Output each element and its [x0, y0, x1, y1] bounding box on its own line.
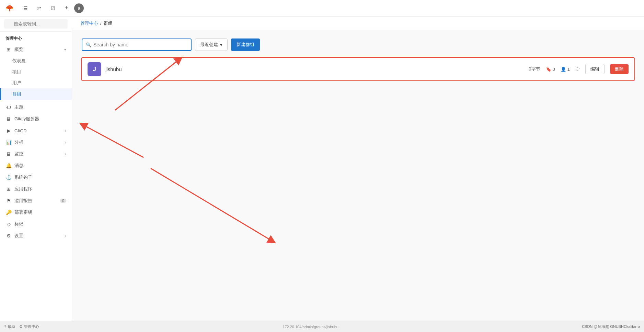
logo[interactable] — [4, 3, 15, 14]
sidebar-item-abuse[interactable]: ⚑ 滥用报告 0 — [0, 195, 72, 207]
sidebar-item-hooks[interactable]: ⚓ 系统钩子 — [0, 171, 72, 183]
sidebar-search: 🔍 — [0, 16, 72, 32]
gear-icon: ⚙ — [5, 233, 12, 239]
layout: 🔍 管理中心 ⊞ 概览 ▾ 仪表盘 项目 用户 群组 🏷 主题 🖥 Git — [0, 16, 644, 321]
bottom-bar-left: ? 帮助 ⚙ 管理中心 — [4, 324, 39, 329]
sidebar-item-label-apps: 应用程序 — [14, 186, 66, 192]
sidebar-section-title: 管理中心 — [0, 32, 72, 44]
bytes-stat: 0字节 — [529, 66, 540, 72]
search-input[interactable] — [93, 42, 187, 47]
merge-request-icon[interactable]: ⇄ — [34, 3, 44, 13]
sidebar-item-monitor[interactable]: 🖥 监控 › — [0, 148, 72, 160]
svg-line-2 — [151, 168, 272, 241]
sidebar-sub-item-projects[interactable]: 项目 — [0, 66, 72, 77]
sidebar-item-overview[interactable]: ⊞ 概览 ▾ — [0, 44, 72, 55]
sidebar-item-topic[interactable]: 🏷 主题 — [0, 101, 72, 113]
top-bar: ☰ ⇄ ☑ + a — [0, 0, 644, 16]
bytes-value: 0字节 — [529, 66, 540, 72]
cicd-chevron-icon: › — [65, 129, 66, 133]
sort-chevron-icon: ▾ — [220, 42, 222, 47]
sidebar-search-input[interactable] — [4, 19, 68, 29]
sidebar-item-cicd[interactable]: ▶ CI/CD › — [0, 125, 72, 136]
sidebar: 🔍 管理中心 ⊞ 概览 ▾ 仪表盘 项目 用户 群组 🏷 主题 🖥 Git — [0, 16, 72, 321]
group-stats: 0字节 🔖 0 👤 1 🛡 编辑 删除 — [529, 64, 629, 74]
sidebar-item-label-hooks: 系统钩子 — [14, 174, 66, 180]
chart-icon: 📊 — [5, 139, 12, 145]
bottom-bar-url: 172.20.104/admin/groups/jishubu — [283, 325, 338, 329]
sidebar-item-label-cicd: CI/CD — [14, 128, 62, 133]
sidebar-item-label-settings: 设置 — [14, 233, 62, 239]
breadcrumb-separator: / — [100, 21, 102, 26]
toolbar: 🔍 最近创建 ▾ 新建群组 — [82, 38, 634, 51]
help-item[interactable]: ? 帮助 — [4, 324, 15, 329]
svg-line-1 — [83, 125, 143, 157]
monitor-icon: 🖥 — [5, 151, 12, 157]
sort-label: 最近创建 — [200, 42, 218, 48]
bell-icon: 🔔 — [5, 163, 12, 169]
sidebar-item-apps[interactable]: ⊞ 应用程序 — [0, 183, 72, 195]
breadcrumb: 管理中心 / 群组 — [72, 16, 644, 30]
bookmark-stat: 🔖 0 — [546, 67, 555, 72]
sidebar-item-label-deploy: 部署密钥 — [14, 209, 66, 215]
bottom-bar: ? 帮助 ⚙ 管理中心 172.20.104/admin/groups/jish… — [0, 321, 644, 332]
sidebar-item-analytics[interactable]: 📊 分析 › — [0, 136, 72, 148]
sidebar-item-labels[interactable]: ◇ 标记 — [0, 218, 72, 230]
group-name[interactable]: jishubu — [105, 66, 122, 72]
sidebar-item-label-message: 消息 — [14, 163, 66, 169]
sidebar-toggle-icon[interactable]: ☰ — [21, 3, 30, 13]
main-content: 🔍 最近创建 ▾ 新建群组 J jishubu 0字节 — [72, 30, 644, 321]
tag2-icon: ◇ — [5, 221, 12, 227]
analytics-chevron-icon: › — [65, 140, 66, 144]
sidebar-item-settings[interactable]: ⚙ 设置 › — [0, 230, 72, 242]
tag-icon: 🏷 — [5, 104, 12, 110]
grid-icon: ⊞ — [5, 46, 12, 53]
sidebar-item-label-abuse: 滥用报告 — [14, 198, 57, 204]
search-box[interactable]: 🔍 — [82, 38, 192, 51]
member-count: 1 — [567, 67, 570, 72]
top-bar-icons: ☰ ⇄ ☑ — [21, 3, 58, 13]
plus-button[interactable]: + — [62, 3, 71, 13]
abuse-badge: 0 — [60, 199, 66, 203]
sidebar-item-deploy[interactable]: 🔑 部署密钥 — [0, 207, 72, 218]
member-stat: 👤 1 — [561, 67, 570, 72]
delete-button[interactable]: 删除 — [610, 64, 629, 74]
sort-button[interactable]: 最近创建 ▾ — [195, 38, 228, 51]
avatar[interactable]: a — [74, 3, 84, 13]
play-icon: ▶ — [5, 128, 12, 134]
admin-item[interactable]: ⚙ 管理中心 — [19, 324, 39, 329]
server-icon: 🖥 — [5, 116, 12, 122]
chevron-down-icon: ▾ — [64, 47, 66, 52]
copyright: CSDN @鲍海超-GNUBHCkalitarro — [582, 324, 640, 329]
sidebar-item-label-topic: 主题 — [14, 104, 66, 110]
shield-stat: 🛡 — [575, 67, 580, 72]
shield-icon: 🛡 — [575, 67, 580, 72]
new-group-button[interactable]: 新建群组 — [231, 38, 260, 51]
sidebar-item-label-analytics: 分析 — [14, 139, 62, 145]
sidebar-sub-item-dashboard[interactable]: 仪表盘 — [0, 55, 72, 66]
help-label: 帮助 — [8, 324, 15, 329]
member-icon: 👤 — [561, 67, 566, 72]
bookmark-count: 0 — [553, 67, 555, 72]
sidebar-item-label-gitaly: Gitaly服务器 — [14, 116, 66, 122]
breadcrumb-parent[interactable]: 管理中心 — [80, 20, 98, 26]
todo-icon[interactable]: ☑ — [48, 3, 58, 13]
anchor-icon: ⚓ — [5, 174, 12, 180]
settings-chevron-icon: › — [65, 234, 66, 238]
sidebar-group-overview: ⊞ 概览 ▾ 仪表盘 项目 用户 群组 — [0, 44, 72, 100]
sidebar-item-label-overview: 概览 — [14, 46, 61, 53]
sidebar-sub-item-users[interactable]: 用户 — [0, 77, 72, 88]
sidebar-item-gitaly[interactable]: 🖥 Gitaly服务器 — [0, 113, 72, 125]
flag-icon: ⚑ — [5, 198, 12, 204]
sidebar-sub-item-groups[interactable]: 群组 — [0, 88, 72, 100]
question-icon: ? — [4, 325, 6, 329]
apps-icon: ⊞ — [5, 186, 12, 192]
monitor-chevron-icon: › — [65, 152, 66, 156]
group-item: J jishubu 0字节 🔖 0 👤 1 — [82, 58, 634, 80]
sidebar-item-message[interactable]: 🔔 消息 — [0, 160, 72, 171]
edit-button[interactable]: 编辑 — [585, 64, 605, 74]
group-avatar: J — [88, 62, 101, 76]
admin-label: 管理中心 — [24, 324, 39, 329]
sidebar-item-label-monitor: 监控 — [14, 151, 62, 157]
search-icon: 🔍 — [86, 42, 91, 47]
key-icon: 🔑 — [5, 209, 12, 215]
